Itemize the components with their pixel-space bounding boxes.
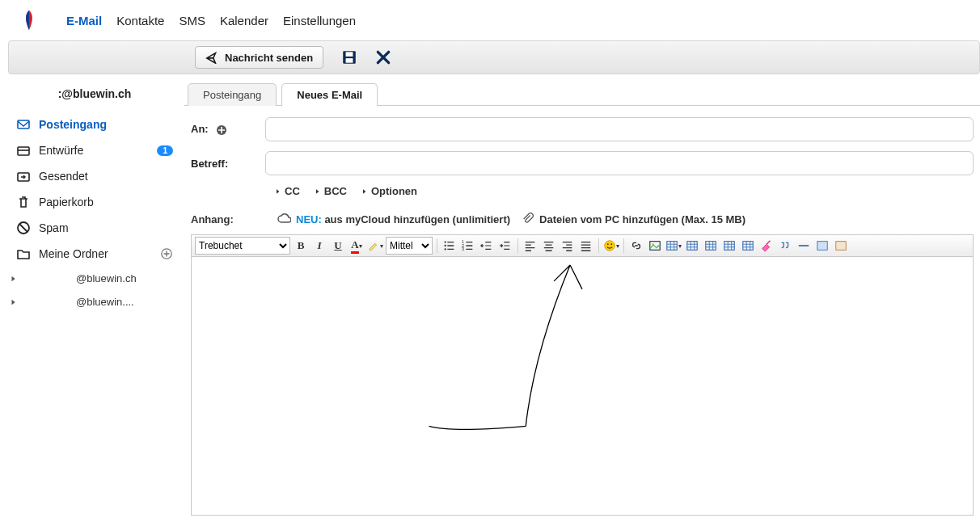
font-family-select[interactable]: Trebuchet bbox=[195, 237, 290, 255]
svg-rect-22 bbox=[817, 242, 827, 251]
sidebar-item-label: Spam bbox=[39, 221, 69, 234]
sidebar-subaccount-1[interactable]: @bluewin.ch bbox=[10, 267, 176, 290]
insert-image-button[interactable] bbox=[647, 238, 663, 254]
align-left-button[interactable] bbox=[522, 238, 539, 254]
text-color-button[interactable]: A▾ bbox=[348, 238, 365, 254]
sent-icon bbox=[16, 169, 31, 183]
swisscom-logo-icon bbox=[18, 9, 40, 32]
caret-right-icon bbox=[10, 298, 18, 306]
blockquote-button[interactable] bbox=[777, 238, 793, 254]
save-draft-button[interactable] bbox=[341, 49, 357, 65]
spam-icon bbox=[16, 221, 31, 235]
bcc-toggle[interactable]: BCC bbox=[315, 185, 347, 197]
font-size-select[interactable]: Mittel bbox=[386, 237, 433, 255]
tab-inbox[interactable]: Posteingang bbox=[188, 83, 277, 106]
svg-rect-21 bbox=[799, 245, 809, 246]
nav-email[interactable]: E-Mail bbox=[66, 14, 102, 27]
caret-right-icon bbox=[10, 275, 18, 283]
emoji-button[interactable]: ▾ bbox=[603, 238, 619, 254]
add-recipient-button[interactable] bbox=[216, 124, 227, 136]
align-right-button[interactable] bbox=[560, 238, 576, 254]
sidebar-item-label: Papierkorb bbox=[39, 196, 94, 208]
insert-col-button[interactable] bbox=[703, 238, 719, 254]
nav-sms[interactable]: SMS bbox=[179, 14, 205, 27]
sidebar-item-sent[interactable]: Gesendet bbox=[13, 163, 176, 189]
redacted-name bbox=[23, 273, 71, 284]
sidebar-item-label: Meine Ordner bbox=[39, 247, 108, 260]
subject-label: Betreff: bbox=[191, 158, 265, 170]
outdent-button[interactable] bbox=[479, 238, 495, 254]
insert-row-button[interactable] bbox=[684, 238, 700, 254]
main-area: Posteingang Neues E-Mail An: Betreff: CC… bbox=[184, 74, 980, 516]
caret-right-icon bbox=[315, 188, 321, 195]
send-message-button[interactable]: Nachricht senden bbox=[195, 46, 323, 69]
cloud-icon bbox=[277, 212, 291, 226]
editor-body[interactable] bbox=[191, 257, 974, 516]
trash-icon bbox=[16, 195, 31, 209]
delete-row-button[interactable] bbox=[721, 238, 737, 254]
add-from-mycloud-button[interactable]: NEU: aus myCloud hinzufügen (unlimitiert… bbox=[277, 212, 510, 226]
italic-button[interactable]: I bbox=[311, 238, 327, 254]
account-header: :@bluewin.ch bbox=[13, 87, 176, 100]
sidebar-item-label: Entwürfe bbox=[39, 144, 83, 157]
subject-input[interactable] bbox=[265, 151, 974, 175]
sidebar-item-label: Posteingang bbox=[39, 118, 107, 131]
source-button[interactable] bbox=[833, 238, 849, 254]
subaccount-label: @bluewin.ch bbox=[76, 272, 137, 284]
sidebar-item-inbox[interactable]: Posteingang bbox=[13, 112, 176, 137]
compose-pane: An: Betreff: CC BCC Optionen Anhang: NEU… bbox=[184, 106, 980, 516]
sidebar-item-myfolders[interactable]: Meine Ordner bbox=[13, 241, 176, 267]
action-bar: Nachricht senden bbox=[8, 40, 980, 74]
to-label: An: bbox=[191, 123, 265, 136]
add-folder-button[interactable] bbox=[160, 247, 173, 260]
redacted-name bbox=[23, 297, 71, 308]
tab-new-email[interactable]: Neues E-Mail bbox=[281, 83, 378, 106]
highlight-color-button[interactable]: ▾ bbox=[367, 238, 383, 254]
send-button-label: Nachricht senden bbox=[225, 52, 313, 64]
align-center-button[interactable] bbox=[541, 238, 557, 254]
sidebar-item-label: Gesendet bbox=[39, 170, 88, 183]
cc-toggle[interactable]: CC bbox=[275, 185, 300, 197]
highlighter-icon bbox=[367, 239, 380, 252]
to-input[interactable] bbox=[265, 117, 974, 141]
inbox-icon bbox=[16, 117, 31, 132]
underline-button[interactable]: U bbox=[330, 238, 346, 254]
subaccount-label: @bluewin.... bbox=[76, 296, 134, 308]
nav-calendar[interactable]: Kalender bbox=[220, 14, 268, 27]
attachment-label: Anhang: bbox=[191, 213, 265, 225]
sidebar-item-spam[interactable]: Spam bbox=[13, 215, 176, 241]
nav-contacts[interactable]: Kontakte bbox=[116, 14, 164, 27]
caret-right-icon bbox=[361, 188, 368, 195]
caret-right-icon bbox=[275, 188, 281, 195]
sidebar-subaccount-2[interactable]: @bluewin.... bbox=[10, 290, 176, 314]
annotation-scribble bbox=[192, 257, 973, 515]
folder-icon bbox=[16, 246, 31, 261]
align-justify-button[interactable] bbox=[578, 238, 594, 254]
remove-format-button[interactable] bbox=[758, 238, 775, 254]
discard-button[interactable] bbox=[375, 49, 391, 65]
number-list-button[interactable] bbox=[460, 238, 476, 254]
sidebar: :@bluewin.ch Posteingang Entwürfe 1 Gese… bbox=[0, 74, 184, 516]
tabs: Posteingang Neues E-Mail bbox=[184, 82, 980, 106]
editor-toolbar: Trebuchet B I U A▾ ▾ Mittel ▾ bbox=[191, 234, 974, 257]
insert-table-button[interactable]: ▾ bbox=[665, 238, 682, 254]
drafts-count-badge: 1 bbox=[157, 145, 173, 156]
add-from-pc-button[interactable]: Dateien vom PC hinzufügen (Max. 15 MB) bbox=[522, 213, 746, 225]
delete-col-button[interactable] bbox=[740, 238, 756, 254]
top-nav: E-Mail Kontakte SMS Kalender Einstellung… bbox=[0, 0, 980, 40]
svg-rect-23 bbox=[836, 242, 846, 251]
sidebar-item-drafts[interactable]: Entwürfe 1 bbox=[13, 137, 176, 163]
sidebar-item-trash[interactable]: Papierkorb bbox=[13, 189, 176, 215]
drafts-icon bbox=[16, 143, 31, 158]
paperclip-icon bbox=[522, 213, 534, 225]
options-toggle[interactable]: Optionen bbox=[361, 185, 417, 197]
nav-settings[interactable]: Einstellungen bbox=[283, 14, 356, 27]
hr-button[interactable] bbox=[796, 238, 812, 254]
bullet-list-button[interactable] bbox=[441, 238, 458, 254]
template-button[interactable] bbox=[814, 238, 830, 254]
link-button[interactable] bbox=[628, 238, 644, 254]
bold-button[interactable]: B bbox=[293, 238, 309, 254]
send-icon bbox=[205, 51, 218, 64]
indent-button[interactable] bbox=[497, 238, 513, 254]
